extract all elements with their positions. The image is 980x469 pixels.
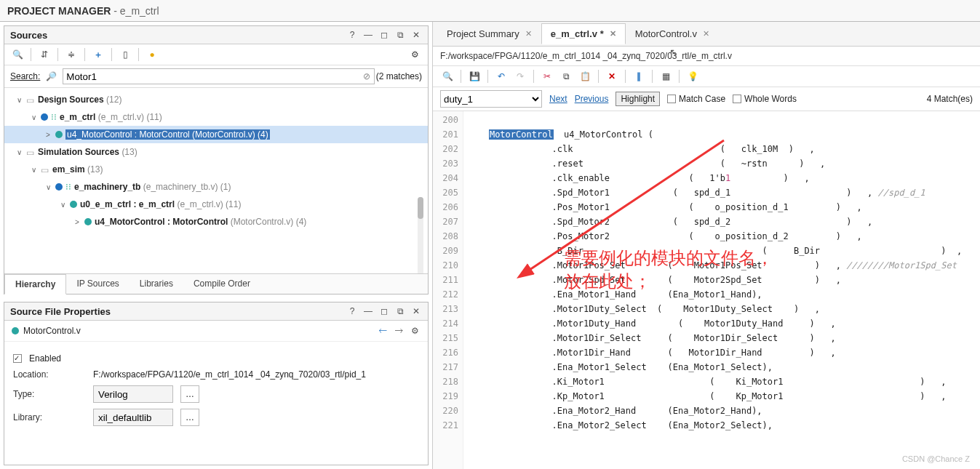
twisty-icon[interactable]: ∨ xyxy=(58,201,67,209)
twisty-icon[interactable]: ∨ xyxy=(29,113,38,121)
sources-tree[interactable]: ∨▭Design Sources (12)∨⁝⁝e_m_ctrl (e_m_ct… xyxy=(4,88,428,273)
highlight-button[interactable]: Highlight xyxy=(616,92,660,106)
search-label: Search: xyxy=(10,71,40,81)
search-input[interactable] xyxy=(63,68,374,84)
editor-path: F:/workspace/FPGA/1120/e_m_ctrl_1014 _04… xyxy=(433,47,980,66)
tree-row[interactable]: ∨⁝⁝e_m_ctrl (e_m_ctrl.v) (11) xyxy=(4,108,428,126)
cursor-icon: ↖ xyxy=(669,47,678,58)
sources-panel: Sources ? ― ◻ ⧉ ✕ 🔍 ⇵ ≑ ＋ xyxy=(4,25,429,294)
find-count: 4 Match(es) xyxy=(927,94,973,104)
clear-search-icon[interactable]: ⊘ xyxy=(363,71,370,81)
editor-tab[interactable]: Project Summary✕ xyxy=(437,23,541,44)
properties-panel: Source File Properties ? ― ◻ ⧉ ✕ MotorCo… xyxy=(4,302,429,465)
library-label: Library: xyxy=(13,412,86,422)
find-term-select[interactable]: duty_1 xyxy=(440,90,542,108)
tree-row[interactable]: ∨▭Design Sources (12) xyxy=(4,91,428,108)
project-manager-bar: PROJECT MANAGER - e_m_ctrl xyxy=(0,0,980,22)
editor-panel: Project Summary✕e_m_ctrl.v *✕MotorContro… xyxy=(433,22,980,469)
close-icon[interactable]: ✕ xyxy=(410,305,422,317)
paste-icon[interactable]: 📋 xyxy=(578,69,592,84)
next-file-icon[interactable]: 🡒 xyxy=(393,325,405,337)
search-matches: (2 matches) xyxy=(376,71,422,81)
tab-close-icon[interactable]: ✕ xyxy=(610,29,616,39)
tree-row[interactable]: ∨u0_e_m_ctrl : e_m_ctrl (e_m_ctrl.v) (11… xyxy=(4,196,428,213)
file-dot-icon xyxy=(12,327,19,334)
tab-close-icon[interactable]: ✕ xyxy=(703,29,709,39)
pm-title: PROJECT MANAGER xyxy=(7,5,111,17)
tab-compile-order[interactable]: Compile Order xyxy=(183,274,260,294)
collapse-icon[interactable]: ⇵ xyxy=(37,47,52,62)
twisty-icon[interactable]: > xyxy=(73,218,81,226)
warning-icon[interactable]: ● xyxy=(145,47,159,62)
restore-icon[interactable]: ◻ xyxy=(378,29,390,41)
sources-bottom-tabs: HierarchyIP SourcesLibrariesCompile Orde… xyxy=(4,273,428,294)
save-icon[interactable]: 💾 xyxy=(467,69,482,84)
comment-icon[interactable]: ∥ xyxy=(632,69,646,84)
column-select-icon[interactable]: ▦ xyxy=(658,69,673,84)
tree-row[interactable]: >u4_MotorControl : MotorControl (MotorCo… xyxy=(4,126,428,143)
location-value: F:/workspace/FPGA/1120/e_m_ctrl_1014 _04… xyxy=(93,369,419,380)
tree-row[interactable]: ∨⁝⁝e_machinery_tb (e_machinery_tb.v) (1) xyxy=(4,178,428,196)
twisty-icon[interactable]: ∨ xyxy=(15,96,23,104)
location-label: Location: xyxy=(13,369,86,380)
bulb-icon[interactable]: 💡 xyxy=(685,69,700,84)
tab-libraries[interactable]: Libraries xyxy=(130,274,183,294)
help-icon[interactable]: ? xyxy=(346,29,358,41)
gear-icon[interactable]: ⚙ xyxy=(407,47,422,62)
code-editor[interactable]: 2002012022032042052062072082092102112122… xyxy=(433,111,980,469)
add-icon[interactable]: ＋ xyxy=(91,47,105,62)
twisty-icon[interactable]: ∨ xyxy=(29,166,38,174)
library-browse-button[interactable]: … xyxy=(180,409,199,426)
restore-icon[interactable]: ◻ xyxy=(378,305,390,317)
find-next-button[interactable]: Next xyxy=(549,94,567,104)
tree-row[interactable]: ∨▭Simulation Sources (13) xyxy=(4,143,428,161)
tree-row[interactable]: >u4_MotorControl : MotorControl (MotorCo… xyxy=(4,213,428,231)
watermark: CSDN @Chance Z xyxy=(902,454,970,463)
redo-icon[interactable]: ↷ xyxy=(513,69,527,84)
search-icon[interactable]: 🔍 xyxy=(440,69,455,84)
sources-title: Sources xyxy=(10,30,47,41)
help-icon[interactable]: ? xyxy=(346,305,358,317)
undo-icon[interactable]: ↶ xyxy=(494,69,509,84)
sources-toolbar: 🔍 ⇵ ≑ ＋ ▯ ● ⚙ xyxy=(4,44,428,65)
copy-icon[interactable]: ⧉ xyxy=(559,69,573,84)
props-filename: MotorControl.v xyxy=(23,326,81,336)
props-title: Source File Properties xyxy=(10,306,111,317)
library-field[interactable] xyxy=(93,409,173,426)
minimize-icon[interactable]: ― xyxy=(362,29,374,41)
editor-tab[interactable]: MotorControl.v✕ xyxy=(626,23,719,44)
enabled-label: Enabled xyxy=(29,353,61,364)
gear-icon[interactable]: ⚙ xyxy=(409,325,421,337)
type-label: Type: xyxy=(13,389,86,399)
maximize-icon[interactable]: ⧉ xyxy=(394,305,406,317)
file-icon[interactable]: ▯ xyxy=(118,47,132,62)
tree-scrollbar[interactable] xyxy=(418,197,423,273)
enabled-checkbox[interactable] xyxy=(13,354,22,363)
search-icon[interactable]: 🔍 xyxy=(10,47,25,62)
twisty-icon[interactable]: ∨ xyxy=(44,183,52,191)
twisty-icon[interactable]: ∨ xyxy=(15,148,23,156)
editor-tabs: Project Summary✕e_m_ctrl.v *✕MotorContro… xyxy=(433,22,980,47)
tab-close-icon[interactable]: ✕ xyxy=(525,29,532,39)
match-case-checkbox[interactable] xyxy=(667,95,676,103)
type-browse-button[interactable]: … xyxy=(180,385,199,403)
find-bar: duty_1 Next Previous Highlight Match Cas… xyxy=(433,87,980,111)
cut-icon[interactable]: ✂ xyxy=(540,69,554,84)
pm-project: e_m_ctrl xyxy=(120,5,159,17)
twisty-icon[interactable]: > xyxy=(44,131,52,139)
find-prev-button[interactable]: Previous xyxy=(575,94,609,104)
prev-file-icon[interactable]: 🡐 xyxy=(377,325,389,337)
annotation-text: 需要例化的模块的文件名， 放在此处； xyxy=(564,246,773,293)
close-icon[interactable]: ✕ xyxy=(410,29,422,41)
type-field[interactable] xyxy=(93,385,173,403)
tab-ip-sources[interactable]: IP Sources xyxy=(66,274,129,294)
editor-toolbar: 🔍 💾 ↶ ↷ ✂ ⧉ 📋 ✕ ∥ ▦ 💡 xyxy=(433,66,980,87)
sort-icon[interactable]: ≑ xyxy=(64,47,79,62)
editor-tab[interactable]: e_m_ctrl.v *✕ xyxy=(541,23,626,44)
whole-words-checkbox[interactable] xyxy=(733,95,741,103)
maximize-icon[interactable]: ⧉ xyxy=(394,29,406,41)
minimize-icon[interactable]: ― xyxy=(362,305,374,317)
delete-icon[interactable]: ✕ xyxy=(605,69,619,84)
tree-row[interactable]: ∨▭em_sim (13) xyxy=(4,161,428,178)
tab-hierarchy[interactable]: Hierarchy xyxy=(4,274,66,294)
